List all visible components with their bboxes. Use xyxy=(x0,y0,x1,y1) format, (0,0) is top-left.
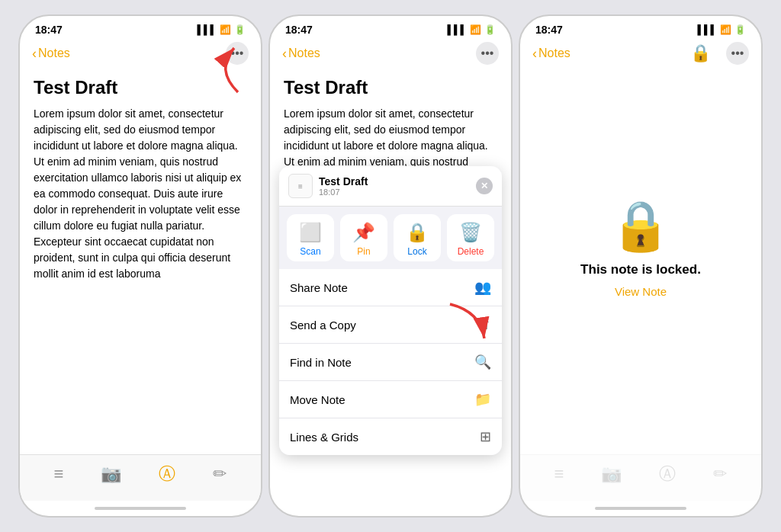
find-in-note-label: Find in Note xyxy=(290,356,352,369)
phone-1: 18:47 ▌▌▌ 📶 🔋 ‹ Notes ••• Test Draft Lor… xyxy=(18,14,262,518)
chevron-left-icon-3: ‹ xyxy=(532,46,537,62)
move-note-item[interactable]: Move Note 📁 xyxy=(279,381,502,418)
large-lock-icon: 🔒 xyxy=(610,197,671,255)
back-label-1: Notes xyxy=(38,46,70,60)
pin-button[interactable]: 📌 Pin xyxy=(340,214,387,261)
chevron-left-icon: ‹ xyxy=(32,46,37,62)
back-label-2: Notes xyxy=(288,46,320,60)
list-icon[interactable]: ≡ xyxy=(54,464,64,484)
battery-icon-3: 🔋 xyxy=(734,24,746,35)
lines-grids-item[interactable]: Lines & Grids ⊞ xyxy=(279,418,502,455)
nav-bar-2: ‹ Notes ••• xyxy=(270,39,511,71)
context-header: ≡ Test Draft 18:07 ✕ xyxy=(279,166,502,207)
locked-content: 🔒 This note is locked. View Note xyxy=(520,71,761,454)
wifi-icon: 📶 xyxy=(220,24,231,35)
share-note-icon: 👥 xyxy=(474,279,491,296)
phone-3: 18:47 ▌▌▌ 📶 🔋 ‹ Notes 🔒 ••• 🔒 This note … xyxy=(519,14,763,518)
locked-text: This note is locked. xyxy=(580,262,701,277)
camera-icon-3[interactable]: 📷 xyxy=(601,464,622,484)
close-button[interactable]: ✕ xyxy=(476,178,493,194)
status-icons-2: ▌▌▌ 📶 🔋 xyxy=(447,24,496,35)
status-bar-1: 18:47 ▌▌▌ 📶 🔋 xyxy=(20,16,261,39)
nav-right-2: ••• xyxy=(476,42,499,65)
signal-icon-2: ▌▌▌ xyxy=(447,24,467,35)
scan-button[interactable]: ⬜ Scan xyxy=(287,214,334,261)
nav-right-1: ••• xyxy=(226,42,249,65)
view-note-button[interactable]: View Note xyxy=(615,285,667,298)
signal-icon-3: ▌▌▌ xyxy=(697,24,717,35)
bottom-toolbar-3: ≡ 📷 Ⓐ ✏ xyxy=(520,454,761,501)
back-label-3: Notes xyxy=(538,46,570,60)
chevron-left-icon-2: ‹ xyxy=(282,46,287,62)
home-bar-1 xyxy=(95,507,186,510)
context-note-time: 18:07 xyxy=(319,187,368,197)
home-indicator-1 xyxy=(20,501,261,516)
delete-icon: 🗑️ xyxy=(459,222,482,243)
pencil-icon[interactable]: Ⓐ xyxy=(159,463,175,486)
status-icons-1: ▌▌▌ 📶 🔋 xyxy=(197,24,246,35)
move-note-label: Move Note xyxy=(290,393,346,406)
status-time-1: 18:47 xyxy=(35,24,63,36)
nav-bar-1: ‹ Notes ••• xyxy=(20,39,261,71)
more-button-2[interactable]: ••• xyxy=(476,42,499,65)
lock-icon: 🔒 xyxy=(406,222,429,243)
status-bar-3: 18:47 ▌▌▌ 📶 🔋 xyxy=(520,16,761,39)
pin-icon: 📌 xyxy=(352,222,375,243)
status-time-3: 18:47 xyxy=(535,24,563,36)
compose-icon-3[interactable]: ✏ xyxy=(713,464,727,484)
note-body-1: Lorem ipsum dolor sit amet, consectetur … xyxy=(34,106,247,282)
find-icon: 🔍 xyxy=(474,354,491,370)
wifi-icon-2: 📶 xyxy=(470,24,481,35)
back-button-3[interactable]: ‹ Notes xyxy=(532,46,570,62)
context-note-info: Test Draft 18:07 xyxy=(319,175,368,197)
context-header-left: ≡ Test Draft 18:07 xyxy=(288,174,368,198)
scan-icon: ⬜ xyxy=(299,222,322,243)
lock-button[interactable]: 🔒 Lock xyxy=(394,214,441,261)
pin-label: Pin xyxy=(357,246,370,257)
note-title-2: Test Draft xyxy=(284,77,497,98)
menu-items-list: Share Note 👥 Send a Copy ⬆ Find in Note … xyxy=(279,269,502,455)
lock-label: Lock xyxy=(407,246,426,257)
wifi-icon-3: 📶 xyxy=(720,24,731,35)
context-menu: ≡ Test Draft 18:07 ✕ ⬜ Scan 📌 Pin 🔒 Loc xyxy=(279,166,502,455)
note-content-1: Test Draft Lorem ipsum dolor sit amet, c… xyxy=(20,71,261,454)
ellipsis-icon-3: ••• xyxy=(731,46,744,60)
nav-right-3: 🔒 ••• xyxy=(690,42,749,65)
pencil-icon-3[interactable]: Ⓐ xyxy=(659,463,676,486)
back-button-2[interactable]: ‹ Notes xyxy=(282,46,320,62)
send-copy-icon: ⬆ xyxy=(480,316,491,333)
lock-nav-icon[interactable]: 🔒 xyxy=(690,43,711,63)
camera-icon[interactable]: 📷 xyxy=(101,464,121,484)
note-title-1: Test Draft xyxy=(34,77,247,98)
compose-icon[interactable]: ✏ xyxy=(213,464,227,484)
more-button-1[interactable]: ••• xyxy=(226,42,249,65)
list-icon-3[interactable]: ≡ xyxy=(554,464,564,484)
status-bar-2: 18:47 ▌▌▌ 📶 🔋 xyxy=(270,16,511,39)
status-icons-3: ▌▌▌ 📶 🔋 xyxy=(697,24,746,35)
share-note-label: Share Note xyxy=(290,281,348,294)
lines-grids-label: Lines & Grids xyxy=(290,431,358,444)
delete-button[interactable]: 🗑️ Delete xyxy=(447,214,494,261)
home-bar-3 xyxy=(595,507,686,510)
note-thumbnail: ≡ xyxy=(288,174,313,198)
status-time-2: 18:47 xyxy=(285,24,313,36)
ellipsis-icon: ••• xyxy=(231,46,244,60)
context-note-title: Test Draft xyxy=(319,175,368,187)
send-copy-label: Send a Copy xyxy=(290,319,356,332)
move-note-icon: 📁 xyxy=(474,391,491,408)
ellipsis-icon-2: ••• xyxy=(481,46,494,60)
send-copy-item[interactable]: Send a Copy ⬆ xyxy=(279,306,502,344)
battery-icon: 🔋 xyxy=(234,24,246,35)
bottom-toolbar-1: ≡ 📷 Ⓐ ✏ xyxy=(20,454,261,501)
lines-grids-icon: ⊞ xyxy=(480,428,491,445)
back-button-1[interactable]: ‹ Notes xyxy=(32,46,70,62)
delete-label: Delete xyxy=(458,246,484,257)
scan-label: Scan xyxy=(300,246,320,257)
signal-icon: ▌▌▌ xyxy=(197,24,217,35)
share-note-item[interactable]: Share Note 👥 xyxy=(279,269,502,306)
find-in-note-item[interactable]: Find in Note 🔍 xyxy=(279,344,502,381)
nav-bar-3: ‹ Notes 🔒 ••• xyxy=(520,39,761,71)
more-button-3[interactable]: ••• xyxy=(726,42,749,65)
battery-icon-2: 🔋 xyxy=(484,24,496,35)
home-indicator-3 xyxy=(520,501,761,516)
